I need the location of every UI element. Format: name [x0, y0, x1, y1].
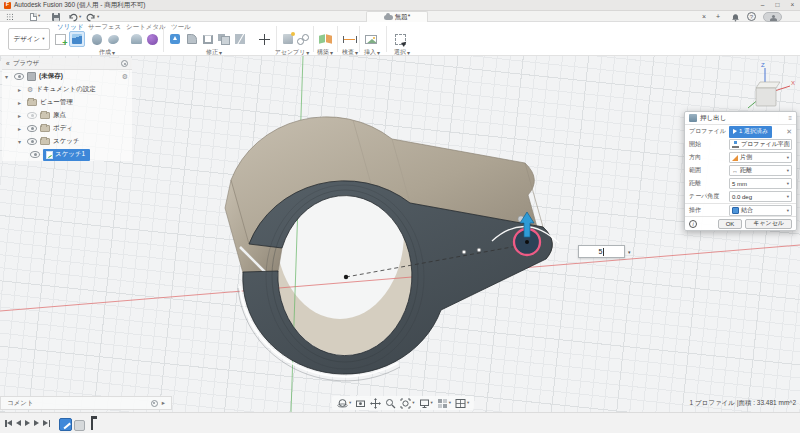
browser-item-sketch1[interactable]: スケッチ1	[2, 148, 132, 161]
split-body-button[interactable]	[232, 31, 248, 47]
caret-down-icon[interactable]: ▾	[18, 139, 24, 145]
profile-selection-chip[interactable]: 1 選択済み	[729, 126, 772, 138]
browser-item-document-settings[interactable]: ▸ ⚙ ドキュメントの設定	[2, 83, 132, 96]
caret-down-icon: ▾	[787, 155, 789, 160]
taper-angle-input[interactable]: 0.0 deg ▾	[729, 191, 792, 202]
minimize-button[interactable]: –	[755, 0, 770, 10]
info-icon[interactable]: i	[689, 220, 697, 228]
pan-button[interactable]	[370, 398, 381, 409]
press-pull-button[interactable]	[167, 31, 183, 47]
viewcube-front-face[interactable]	[756, 88, 776, 106]
undo-button[interactable]: ▾	[68, 13, 81, 22]
combine-button[interactable]	[216, 31, 232, 47]
extrude-button[interactable]	[69, 31, 85, 47]
cancel-button[interactable]: キャンセル	[745, 219, 792, 229]
workspace-selector[interactable]: デザイン ▾	[8, 28, 50, 50]
construction-plane-button[interactable]	[317, 31, 333, 47]
joint-button[interactable]	[295, 31, 311, 47]
browser-item-origin[interactable]: ▸ 原点	[2, 109, 132, 122]
caret-right-icon[interactable]: ▸	[18, 100, 24, 106]
visibility-eye-icon[interactable]	[27, 125, 37, 132]
browser-item-bodies[interactable]: ▸ ボディ	[2, 122, 132, 135]
close-button[interactable]: ×	[785, 0, 800, 10]
sketch-point[interactable]	[477, 248, 481, 252]
caret-down-icon[interactable]: ▾	[5, 74, 11, 80]
expand-comments-icon[interactable]: ▸	[162, 399, 165, 407]
caret-right-icon[interactable]: ▸	[18, 87, 24, 93]
sketch-point[interactable]	[462, 250, 466, 254]
comment-indicator-icon[interactable]	[151, 400, 158, 407]
browser-item-view-management[interactable]: ▸ ビュー管理	[2, 96, 132, 109]
extent-select[interactable]: ↔ 距離 ▾	[729, 165, 792, 176]
redo-button[interactable]: ▾	[86, 13, 99, 22]
operation-select[interactable]: 結合 ▾	[729, 205, 792, 216]
loft-button[interactable]	[128, 31, 144, 47]
visibility-eye-icon[interactable]	[30, 151, 40, 158]
zoom-button[interactable]	[385, 398, 396, 409]
display-settings-button[interactable]: ▾	[419, 398, 433, 409]
viewports-button[interactable]: ▾	[455, 398, 469, 409]
move-button[interactable]	[256, 31, 272, 47]
sketch-center-point[interactable]	[344, 275, 348, 279]
notifications-button[interactable]	[731, 13, 740, 22]
timeline-position-marker[interactable]	[87, 415, 97, 431]
browser-item-sketches[interactable]: ▾ スケッチ	[2, 135, 132, 148]
distance-value-input[interactable]: 5	[578, 245, 625, 258]
revolve-button[interactable]	[89, 31, 105, 47]
sweep-button[interactable]	[105, 31, 121, 47]
measure-button[interactable]	[341, 31, 357, 47]
insert-image-button[interactable]	[363, 31, 379, 47]
caret-right-icon[interactable]: ▸	[18, 126, 24, 132]
dialog-titlebar[interactable]: 押し出し ≡	[685, 112, 796, 125]
help-button[interactable]: ?	[747, 12, 756, 21]
drag-grip-icon[interactable]: ≡	[788, 115, 792, 121]
profile-row: プロファイル 1 選択済み ✕	[685, 125, 796, 138]
file-menu-button[interactable]: ▾	[30, 13, 40, 21]
fillet-button[interactable]	[184, 31, 200, 47]
timeline-sketch-feature[interactable]	[59, 418, 72, 431]
viewcube[interactable]: X Z	[744, 58, 798, 112]
start-select[interactable]: プロファイル平面 ▾	[729, 139, 792, 150]
browser-options-icon[interactable]	[121, 60, 128, 67]
new-component-button[interactable]	[280, 31, 296, 47]
viewport-canvas[interactable]: « ブラウザ ▾ (未保存) ⚙ ▸ ⚙ ドキュメントの設定 ▸ ビュー管理	[0, 56, 800, 412]
user-avatar[interactable]	[763, 12, 782, 22]
comments-bar[interactable]: コメント ▸	[0, 396, 172, 410]
maximize-button[interactable]: □	[770, 0, 785, 10]
caret-down-icon[interactable]: ▾	[628, 249, 631, 255]
clear-selection-icon[interactable]: ✕	[786, 128, 792, 136]
gear-icon[interactable]: ⚙	[122, 73, 128, 81]
distance-input[interactable]: 5 mm ▾	[729, 178, 792, 189]
visibility-eye-icon[interactable]	[14, 73, 24, 80]
sketch1-selected-chip[interactable]: スケッチ1	[43, 149, 90, 161]
visibility-eye-icon[interactable]	[27, 138, 37, 145]
select-button[interactable]	[392, 31, 408, 47]
look-at-button[interactable]	[355, 398, 366, 409]
browser-root-row[interactable]: ▾ (未保存) ⚙	[2, 70, 132, 83]
visibility-eye-icon[interactable]	[27, 112, 37, 119]
browser-header[interactable]: « ブラウザ	[2, 58, 132, 70]
save-button[interactable]	[52, 13, 60, 21]
new-tab-button[interactable]: +	[712, 11, 724, 22]
app-grid-menu-button[interactable]	[6, 13, 14, 21]
timeline-step-forward-button[interactable]	[34, 418, 39, 428]
document-tab[interactable]: 無題*	[366, 11, 428, 22]
timeline-go-end-button[interactable]	[43, 418, 50, 428]
grid-layout-button[interactable]: ▾	[437, 398, 451, 409]
viewcube-top-face[interactable]	[756, 82, 780, 88]
shell-button[interactable]	[200, 31, 216, 47]
timeline-go-start-button[interactable]	[5, 418, 12, 428]
orbit-button[interactable]: ▾	[337, 398, 351, 409]
timeline-play-button[interactable]	[25, 418, 30, 428]
form-button[interactable]	[144, 31, 160, 47]
viewports-icon	[455, 398, 466, 409]
close-tab-button[interactable]: ×	[698, 11, 710, 22]
collapse-icon[interactable]: «	[6, 60, 10, 67]
ok-button[interactable]: OK	[718, 219, 743, 229]
fit-button[interactable]: ▾	[400, 398, 414, 409]
create-sketch-button[interactable]	[52, 31, 68, 47]
timeline-step-back-button[interactable]	[16, 418, 21, 428]
timeline-extrude-feature[interactable]	[74, 420, 85, 431]
direction-select[interactable]: 片側 ▾	[729, 152, 792, 163]
caret-right-icon[interactable]: ▸	[18, 113, 24, 119]
